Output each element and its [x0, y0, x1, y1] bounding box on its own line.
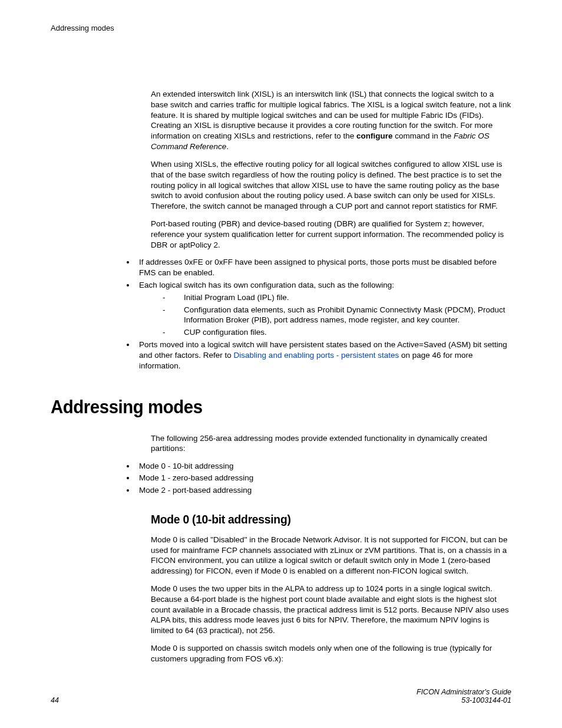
link-persistent-states[interactable]: Disabling and enabling ports - persisten… [234, 351, 399, 360]
paragraph-modes-intro: The following 256-area addressing modes … [151, 433, 511, 454]
list-item: Mode 0 - 10-bit addressing [135, 461, 511, 472]
text: Each logical switch has its own configur… [139, 281, 394, 289]
paragraph-mode0-alpa: Mode 0 uses the two upper bits in the AL… [151, 584, 511, 636]
paragraph-xisl-routing: When using XISLs, the effective routing … [151, 159, 511, 212]
list-item: CUP configuration files. [163, 327, 511, 338]
text: command in the [392, 131, 454, 140]
page-footer: 44 FICON Administrator's Guide 53-100314… [51, 688, 511, 704]
configure-command: configure [356, 131, 393, 140]
dash-list: Initial Program Load (IPL) file. Configu… [139, 292, 511, 338]
section-heading-addressing-modes: Addressing modes [51, 396, 474, 418]
list-item: Each logical switch has its own configur… [135, 280, 511, 338]
list-item: Configuration data elements, such as Pro… [163, 305, 511, 326]
modes-list: Mode 0 - 10-bit addressing Mode 1 - zero… [140, 461, 511, 496]
paragraph-xisl-intro: An extended interswitch link (XISL) is a… [151, 89, 511, 152]
list-item: Mode 2 - port-based addressing [135, 485, 511, 496]
list-item: Ports moved into a logical switch will h… [135, 340, 511, 371]
bullet-list: If addresses 0xFE or 0xFF have been assi… [140, 257, 511, 371]
paragraph-mode0-disabled: Mode 0 is called "Disabled" in the Broca… [151, 535, 511, 577]
list-item: Mode 1 - zero-based addressing [135, 473, 511, 483]
paragraph-mode0-chassis: Mode 0 is supported on chassis switch mo… [151, 643, 511, 664]
list-item: Initial Program Load (IPL) file. [163, 292, 511, 303]
page-number: 44 [51, 696, 59, 704]
subsection-heading-mode0: Mode 0 (10-bit addressing) [151, 512, 482, 526]
doc-number: 53-1003144-01 [416, 696, 511, 704]
text: . [226, 142, 229, 151]
list-item: If addresses 0xFE or 0xFF have been assi… [135, 257, 511, 278]
paragraph-pbr-dbr: Port-based routing (PBR) and device-base… [151, 219, 511, 250]
body-column: The following 256-area addressing modes … [151, 433, 511, 664]
running-header: Addressing modes [51, 24, 511, 32]
body-column: An extended interswitch link (XISL) is a… [151, 89, 511, 371]
page: Addressing modes An extended interswitch… [0, 0, 562, 728]
guide-title: FICON Administrator's Guide [416, 688, 511, 696]
footer-right: FICON Administrator's Guide 53-1003144-0… [416, 688, 511, 704]
